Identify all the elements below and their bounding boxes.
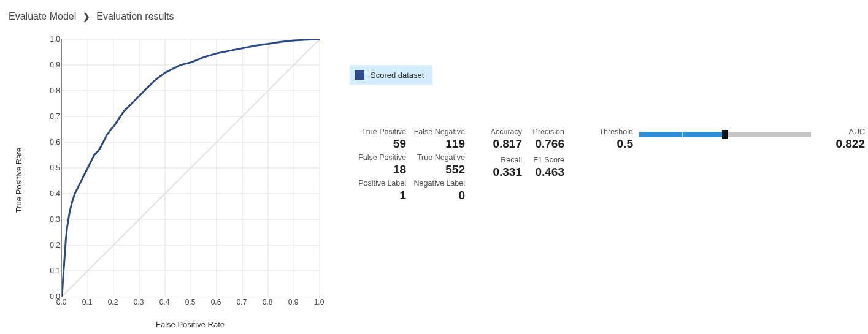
metrics-row: True Positive 59 False Negative 119 Fals… [350,127,865,202]
stat-accuracy: Accuracy 0.817 [486,127,522,151]
auc-readout: AUC 0.822 [822,127,865,151]
x-tick: 0.2 [108,298,118,306]
x-tick: 0.9 [288,298,299,306]
auc-label: AUC [822,127,865,136]
stat-recall-value: 0.331 [486,165,522,179]
x-tick: 0.0 [56,298,67,306]
threshold-readout: Threshold 0.5 [590,127,633,151]
stat-f1: F1 Score 0.463 [528,156,564,179]
cm-pl-value: 1 [350,189,406,202]
stat-accuracy-value: 0.817 [486,137,522,151]
breadcrumb-item-evaluate-model[interactable]: Evaluate Model [9,11,76,21]
x-tick: 1.0 [314,298,325,306]
y-tick: 0.9 [43,61,60,69]
legend-label: Scored dataset [371,70,424,80]
cm-nl-label: Negative Label [409,179,465,188]
breadcrumb-item-evaluation-results: Evaluation results [96,11,174,21]
cm-false-positive: False Positive 18 [350,153,406,176]
stat-precision: Precision 0.766 [528,127,564,151]
y-tick: 0.2 [43,241,60,249]
x-tick: 0.5 [185,298,196,306]
cm-tp-value: 59 [350,137,406,151]
x-axis-label: False Positive Rate [61,320,319,329]
stat-f1-value: 0.463 [528,165,564,179]
x-tick: 0.1 [82,298,93,306]
x-tick: 0.8 [263,298,273,306]
cm-negative-label: Negative Label 0 [409,179,465,202]
y-tick: 0.7 [43,112,60,121]
cm-nl-value: 0 [409,189,465,202]
x-tick: 0.7 [237,298,247,306]
y-axis-ticks: 0.00.10.20.30.40.50.60.70.80.91.0 [43,39,60,297]
legend-swatch-icon [355,70,364,80]
stat-accuracy-label: Accuracy [486,127,522,136]
cm-true-negative: True Negative 552 [409,153,465,176]
cm-fn-value: 119 [409,137,465,151]
cm-pl-label: Positive Label [350,179,406,188]
breadcrumb: Evaluate Model ❯ Evaluation results [0,0,868,22]
cm-fn-label: False Negative [409,127,465,136]
y-tick: 1.0 [43,35,60,44]
confusion-matrix: True Positive 59 False Negative 119 Fals… [350,127,465,202]
stat-f1-label: F1 Score [528,156,564,164]
y-tick: 0.4 [43,189,60,198]
chevron-right-icon: ❯ [79,12,94,21]
stat-recall-label: Recall [486,156,522,164]
x-tick: 0.3 [134,298,144,306]
y-tick: 0.5 [43,164,60,172]
auc-value: 0.822 [822,137,865,151]
cm-tp-label: True Positive [350,127,406,136]
y-tick: 0.8 [43,86,60,95]
stat-recall: Recall 0.331 [486,156,522,179]
cm-positive-label: Positive Label 1 [350,179,406,202]
threshold-slider[interactable] [639,130,811,139]
slider-notch [682,132,683,137]
x-tick: 0.6 [211,298,221,306]
cm-tn-label: True Negative [409,153,465,162]
y-axis-label: True Positive Rate [14,148,23,213]
stat-precision-label: Precision [528,127,564,136]
legend-scored-dataset[interactable]: Scored dataset [350,65,432,85]
y-tick: 0.6 [43,138,60,146]
cm-fp-label: False Positive [350,153,406,162]
cm-tn-value: 552 [409,163,465,176]
cm-fp-value: 18 [350,163,406,176]
cm-true-positive: True Positive 59 [350,127,406,151]
roc-chart-panel: True Positive Rate 0.00.10.20.30.40.50.6… [12,27,331,333]
roc-plot-area [61,39,320,297]
slider-thumb-icon[interactable] [722,130,728,139]
threshold-label: Threshold [590,127,633,136]
x-tick: 0.4 [159,298,170,306]
y-tick: 0.3 [43,215,60,224]
threshold-value: 0.5 [590,137,633,151]
stat-col-2: Precision 0.766 F1 Score 0.463 [528,127,564,184]
x-axis-ticks: 0.00.10.20.30.40.50.60.70.80.91.0 [61,298,319,310]
cm-false-negative: False Negative 119 [409,127,465,151]
y-tick: 0.1 [43,267,60,275]
stat-col-1: Accuracy 0.817 Recall 0.331 [486,127,522,184]
stat-precision-value: 0.766 [528,137,564,151]
